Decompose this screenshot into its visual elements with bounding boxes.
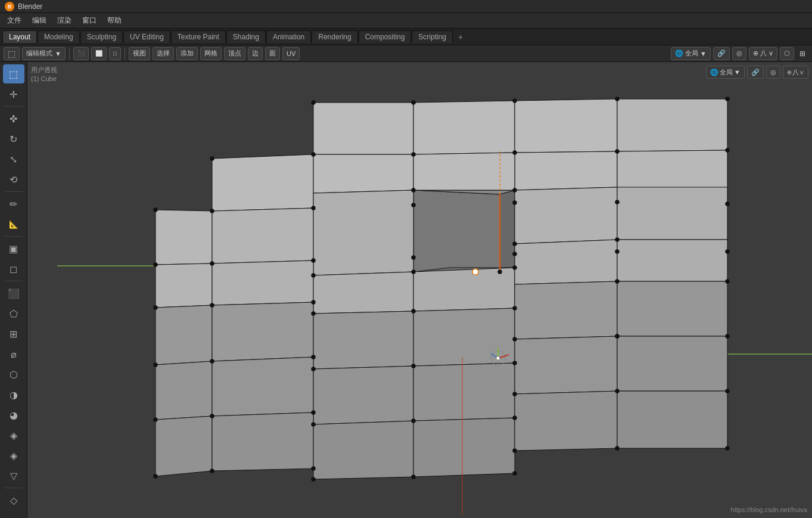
tool-annotate[interactable]: ✏ bbox=[3, 194, 24, 213]
tool-knife[interactable]: ⌀ bbox=[3, 345, 24, 364]
uv-menu-btn[interactable]: UV bbox=[282, 47, 300, 60]
tab-sculpting[interactable]: Sculpting bbox=[80, 30, 123, 43]
tool-measure[interactable]: 📐 bbox=[3, 215, 24, 234]
svg-point-136 bbox=[210, 469, 214, 473]
tab-animation[interactable]: Animation bbox=[266, 30, 311, 43]
svg-point-133 bbox=[615, 389, 620, 393]
svg-marker-45 bbox=[515, 151, 617, 190]
snap-btn[interactable]: 🔗 bbox=[713, 47, 730, 60]
svg-point-113 bbox=[726, 250, 730, 254]
add-menu-btn[interactable]: 添加 bbox=[176, 47, 198, 60]
svg-marker-53 bbox=[212, 208, 313, 263]
viewport-icon-btn[interactable]: ⬚ bbox=[4, 47, 20, 60]
tool-sep4 bbox=[5, 281, 23, 281]
properties-region-btn[interactable]: ⊞ bbox=[797, 49, 808, 58]
menu-file[interactable]: 文件 bbox=[2, 14, 26, 27]
tool-rotate[interactable]: ↻ bbox=[3, 129, 24, 148]
tool-shrink-fatten[interactable]: ◈ bbox=[3, 446, 24, 465]
view-menu-btn[interactable]: 视图 bbox=[129, 47, 150, 60]
tool-spin[interactable]: ◑ bbox=[3, 385, 24, 404]
svg-marker-62 bbox=[617, 240, 727, 281]
menu-render[interactable]: 渲染 bbox=[52, 14, 76, 27]
svg-point-132 bbox=[513, 416, 517, 420]
tool-edge-slide[interactable]: ◈ bbox=[3, 426, 24, 445]
menu-edit[interactable]: 编辑 bbox=[27, 14, 51, 27]
edit-mode-select[interactable]: 编辑模式 ▼ bbox=[22, 47, 66, 60]
menu-help[interactable]: 帮助 bbox=[102, 14, 126, 27]
left-sidebar: ⬚ ✛ ✜ ↻ ⤡ ⟲ ✏ 📐 ▣ ◻ ⬛ ⬠ ⊞ ⌀ ⬡ ◑ ◕ ◈ ◈ ▽ … bbox=[0, 62, 27, 518]
face-select-btn[interactable]: □ bbox=[109, 47, 121, 60]
svg-point-125 bbox=[513, 361, 517, 365]
tool-cursor[interactable]: ✛ bbox=[3, 85, 24, 104]
svg-marker-52 bbox=[155, 210, 212, 265]
svg-point-97 bbox=[210, 209, 214, 213]
proportional-gizmo-btn[interactable]: ◎ bbox=[766, 66, 780, 79]
face-menu-btn[interactable]: 面 bbox=[265, 47, 280, 60]
vertex-menu-btn[interactable]: 顶点 bbox=[224, 47, 245, 60]
select-menu-btn[interactable]: 选择 bbox=[153, 47, 174, 60]
tab-compositing[interactable]: Compositing bbox=[359, 30, 412, 43]
tool-smooth[interactable]: ◕ bbox=[3, 405, 24, 424]
tool-push-pull[interactable]: ▽ bbox=[3, 466, 24, 485]
svg-point-139 bbox=[513, 472, 517, 476]
svg-point-153 bbox=[513, 266, 517, 270]
svg-point-142 bbox=[312, 274, 316, 278]
tool-poly-build[interactable]: ⬡ bbox=[3, 365, 24, 384]
tool-inset[interactable]: ⬛ bbox=[3, 284, 24, 303]
snap-gizmo-btn[interactable]: 🔗 bbox=[747, 66, 764, 79]
svg-marker-79 bbox=[515, 391, 617, 451]
proportional-btn[interactable]: ◎ bbox=[732, 47, 746, 60]
svg-point-148 bbox=[312, 477, 316, 482]
tab-layout[interactable]: Layout bbox=[2, 30, 37, 43]
vertex-select-btn[interactable]: ⬛ bbox=[73, 47, 89, 60]
svg-marker-58 bbox=[212, 260, 313, 305]
view-perspective-btn[interactable]: 🌐 全局 ▼ bbox=[706, 66, 745, 79]
tool-bevel[interactable]: ⬠ bbox=[3, 304, 24, 323]
edge-select-btn[interactable]: ⬜ bbox=[91, 47, 107, 60]
tab-shading[interactable]: Shading bbox=[226, 30, 266, 43]
svg-marker-70 bbox=[212, 357, 313, 416]
svg-point-96 bbox=[154, 208, 158, 212]
svg-point-129 bbox=[210, 414, 214, 418]
svg-point-99 bbox=[412, 203, 416, 207]
tool-move[interactable]: ✜ bbox=[3, 109, 24, 128]
tab-modeling[interactable]: Modeling bbox=[38, 30, 80, 43]
svg-marker-71 bbox=[313, 366, 413, 424]
tool-select-box[interactable]: ⬚ bbox=[3, 64, 24, 83]
svg-marker-75 bbox=[155, 416, 212, 476]
svg-point-111 bbox=[513, 252, 517, 256]
mesh-menu-btn[interactable]: 网格 bbox=[200, 47, 222, 60]
overlay-gizmo-btn[interactable]: ⊕八∨ bbox=[783, 66, 808, 79]
tool-shear[interactable]: ◇ bbox=[3, 491, 24, 510]
viewport-shading-btn[interactable]: ⬡ bbox=[780, 47, 794, 60]
svg-marker-73 bbox=[515, 336, 617, 394]
add-workspace-button[interactable]: + bbox=[453, 30, 468, 44]
overlay-btn[interactable]: ⊕八∨ bbox=[749, 47, 777, 60]
svg-point-107 bbox=[154, 263, 158, 267]
svg-point-92 bbox=[412, 153, 416, 157]
svg-marker-76 bbox=[212, 412, 313, 471]
svg-marker-47 bbox=[413, 190, 500, 272]
tool-transform[interactable]: ⟲ bbox=[3, 170, 24, 189]
tab-uv-editing[interactable]: UV Editing bbox=[123, 30, 170, 43]
svg-marker-40 bbox=[413, 101, 515, 154]
svg-point-102 bbox=[726, 202, 730, 206]
svg-point-135 bbox=[154, 474, 158, 479]
tab-scripting[interactable]: Scripting bbox=[412, 30, 453, 43]
tab-texture-paint[interactable]: Texture Paint bbox=[171, 30, 226, 43]
edge-menu-btn[interactable]: 边 bbox=[248, 47, 263, 60]
svg-marker-72 bbox=[413, 363, 515, 421]
menu-window[interactable]: 窗口 bbox=[77, 14, 101, 27]
svg-point-109 bbox=[312, 259, 316, 263]
tool-scale[interactable]: ⤡ bbox=[3, 150, 24, 169]
sep1 bbox=[69, 48, 70, 60]
tool-loop-cut[interactable]: ⊞ bbox=[3, 324, 24, 343]
viewport-gizmo-area: 🌐 全局 ▼ 🔗 ◎ ⊕八∨ bbox=[706, 66, 808, 79]
svg-point-138 bbox=[412, 475, 416, 479]
tool-add-obj[interactable]: ◻ bbox=[3, 259, 24, 278]
svg-marker-68 bbox=[617, 281, 727, 336]
tool-add-cube[interactable]: ▣ bbox=[3, 239, 24, 258]
viewport[interactable]: 用户透视 (1) Cube 🌐 全局 ▼ 🔗 ◎ ⊕八∨ https://blo… bbox=[27, 62, 812, 518]
view-mode-btn[interactable]: 🌐 全局 ▼ bbox=[671, 47, 711, 60]
tab-rendering[interactable]: Rendering bbox=[312, 30, 357, 43]
